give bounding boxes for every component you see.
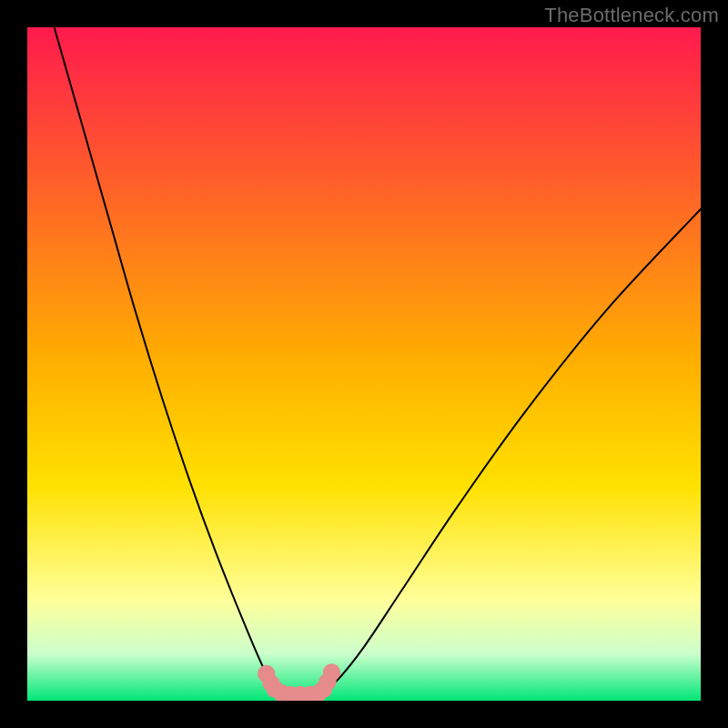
valley-marker-dot	[323, 663, 340, 681]
plot-background	[27, 27, 701, 701]
bottleneck-plot	[27, 27, 701, 701]
chart-container: TheBottleneck.com	[0, 0, 728, 728]
watermark-text: TheBottleneck.com	[544, 4, 719, 27]
